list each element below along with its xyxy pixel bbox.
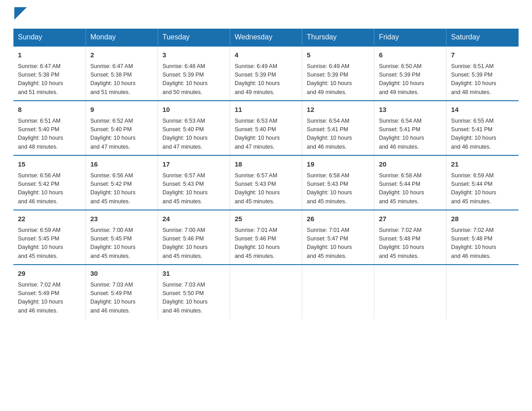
calendar-cell: 26Sunrise: 7:01 AMSunset: 5:47 PMDayligh… bbox=[302, 210, 374, 265]
day-number: 25 bbox=[235, 214, 297, 224]
day-info: Sunrise: 6:59 AMSunset: 5:45 PMDaylight:… bbox=[18, 226, 81, 261]
calendar-cell: 24Sunrise: 7:00 AMSunset: 5:46 PMDayligh… bbox=[158, 210, 230, 265]
day-number: 21 bbox=[451, 159, 514, 170]
day-number: 13 bbox=[379, 105, 442, 115]
day-number: 9 bbox=[90, 105, 153, 115]
day-number: 2 bbox=[90, 50, 153, 60]
calendar-cell: 22Sunrise: 6:59 AMSunset: 5:45 PMDayligh… bbox=[13, 210, 86, 265]
day-number: 17 bbox=[163, 159, 225, 170]
page-header bbox=[13, 9, 519, 20]
calendar-cell bbox=[374, 265, 446, 319]
day-number: 7 bbox=[451, 50, 514, 60]
column-header-wednesday: Wednesday bbox=[230, 29, 302, 46]
day-number: 26 bbox=[307, 214, 369, 224]
day-info: Sunrise: 6:53 AMSunset: 5:40 PMDaylight:… bbox=[235, 117, 297, 152]
calendar-cell: 14Sunrise: 6:55 AMSunset: 5:41 PMDayligh… bbox=[446, 101, 519, 155]
day-info: Sunrise: 6:47 AMSunset: 5:38 PMDaylight:… bbox=[18, 62, 81, 97]
day-info: Sunrise: 6:51 AMSunset: 5:40 PMDaylight:… bbox=[18, 117, 81, 152]
day-info: Sunrise: 7:01 AMSunset: 5:46 PMDaylight:… bbox=[235, 226, 297, 261]
day-number: 15 bbox=[18, 159, 81, 170]
day-info: Sunrise: 6:47 AMSunset: 5:38 PMDaylight:… bbox=[90, 62, 153, 97]
day-info: Sunrise: 6:57 AMSunset: 5:43 PMDaylight:… bbox=[235, 171, 297, 206]
day-info: Sunrise: 7:00 AMSunset: 5:45 PMDaylight:… bbox=[90, 226, 153, 261]
day-number: 27 bbox=[379, 214, 442, 224]
day-info: Sunrise: 7:01 AMSunset: 5:47 PMDaylight:… bbox=[307, 226, 369, 261]
calendar-cell: 27Sunrise: 7:02 AMSunset: 5:48 PMDayligh… bbox=[374, 210, 446, 265]
day-number: 31 bbox=[163, 269, 225, 279]
day-info: Sunrise: 6:56 AMSunset: 5:42 PMDaylight:… bbox=[90, 171, 153, 206]
calendar-cell: 18Sunrise: 6:57 AMSunset: 5:43 PMDayligh… bbox=[230, 155, 302, 210]
day-info: Sunrise: 6:58 AMSunset: 5:44 PMDaylight:… bbox=[379, 171, 442, 206]
day-info: Sunrise: 7:00 AMSunset: 5:46 PMDaylight:… bbox=[163, 226, 225, 261]
logo-triangle-icon bbox=[14, 7, 27, 20]
day-info: Sunrise: 6:51 AMSunset: 5:39 PMDaylight:… bbox=[451, 62, 514, 97]
day-number: 10 bbox=[163, 105, 225, 115]
day-number: 5 bbox=[307, 50, 369, 60]
day-number: 29 bbox=[18, 269, 81, 279]
day-number: 14 bbox=[451, 105, 514, 115]
calendar-cell: 3Sunrise: 6:48 AMSunset: 5:39 PMDaylight… bbox=[158, 46, 230, 101]
day-info: Sunrise: 6:53 AMSunset: 5:40 PMDaylight:… bbox=[163, 117, 225, 152]
day-info: Sunrise: 6:59 AMSunset: 5:44 PMDaylight:… bbox=[451, 171, 514, 206]
calendar-cell bbox=[446, 265, 519, 319]
calendar-cell bbox=[302, 265, 374, 319]
calendar-cell: 13Sunrise: 6:54 AMSunset: 5:41 PMDayligh… bbox=[374, 101, 446, 155]
calendar-cell: 15Sunrise: 6:56 AMSunset: 5:42 PMDayligh… bbox=[13, 155, 86, 210]
day-info: Sunrise: 6:54 AMSunset: 5:41 PMDaylight:… bbox=[307, 117, 369, 152]
day-number: 30 bbox=[90, 269, 153, 279]
column-header-sunday: Sunday bbox=[13, 29, 86, 46]
day-info: Sunrise: 6:50 AMSunset: 5:39 PMDaylight:… bbox=[379, 62, 442, 97]
day-info: Sunrise: 6:52 AMSunset: 5:40 PMDaylight:… bbox=[90, 117, 153, 152]
calendar-cell: 17Sunrise: 6:57 AMSunset: 5:43 PMDayligh… bbox=[158, 155, 230, 210]
day-info: Sunrise: 6:58 AMSunset: 5:43 PMDaylight:… bbox=[307, 171, 369, 206]
calendar-cell bbox=[230, 265, 302, 319]
calendar-week-row: 29Sunrise: 7:02 AMSunset: 5:49 PMDayligh… bbox=[13, 265, 519, 319]
day-info: Sunrise: 6:55 AMSunset: 5:41 PMDaylight:… bbox=[451, 117, 514, 152]
calendar-cell: 28Sunrise: 7:02 AMSunset: 5:48 PMDayligh… bbox=[446, 210, 519, 265]
calendar-cell: 16Sunrise: 6:56 AMSunset: 5:42 PMDayligh… bbox=[86, 155, 158, 210]
calendar-cell: 8Sunrise: 6:51 AMSunset: 5:40 PMDaylight… bbox=[13, 101, 86, 155]
day-number: 22 bbox=[18, 214, 81, 224]
day-info: Sunrise: 7:03 AMSunset: 5:50 PMDaylight:… bbox=[163, 281, 225, 316]
calendar-cell: 10Sunrise: 6:53 AMSunset: 5:40 PMDayligh… bbox=[158, 101, 230, 155]
calendar-cell: 29Sunrise: 7:02 AMSunset: 5:49 PMDayligh… bbox=[13, 265, 86, 319]
day-number: 24 bbox=[163, 214, 225, 224]
day-info: Sunrise: 7:02 AMSunset: 5:49 PMDaylight:… bbox=[18, 281, 81, 316]
calendar-cell: 19Sunrise: 6:58 AMSunset: 5:43 PMDayligh… bbox=[302, 155, 374, 210]
day-number: 18 bbox=[235, 159, 297, 170]
calendar-cell: 21Sunrise: 6:59 AMSunset: 5:44 PMDayligh… bbox=[446, 155, 519, 210]
calendar-cell: 2Sunrise: 6:47 AMSunset: 5:38 PMDaylight… bbox=[86, 46, 158, 101]
day-info: Sunrise: 6:54 AMSunset: 5:41 PMDaylight:… bbox=[379, 117, 442, 152]
calendar-week-row: 8Sunrise: 6:51 AMSunset: 5:40 PMDaylight… bbox=[13, 101, 519, 155]
column-header-friday: Friday bbox=[374, 29, 446, 46]
day-number: 23 bbox=[90, 214, 153, 224]
day-number: 28 bbox=[451, 214, 514, 224]
calendar-table: SundayMondayTuesdayWednesdayThursdayFrid… bbox=[13, 29, 519, 319]
day-number: 20 bbox=[379, 159, 442, 170]
column-header-tuesday: Tuesday bbox=[158, 29, 230, 46]
calendar-cell: 4Sunrise: 6:49 AMSunset: 5:39 PMDaylight… bbox=[230, 46, 302, 101]
calendar-cell: 23Sunrise: 7:00 AMSunset: 5:45 PMDayligh… bbox=[86, 210, 158, 265]
calendar-cell: 5Sunrise: 6:49 AMSunset: 5:39 PMDaylight… bbox=[302, 46, 374, 101]
day-info: Sunrise: 6:49 AMSunset: 5:39 PMDaylight:… bbox=[235, 62, 297, 97]
calendar-week-row: 15Sunrise: 6:56 AMSunset: 5:42 PMDayligh… bbox=[13, 155, 519, 210]
calendar-header-row: SundayMondayTuesdayWednesdayThursdayFrid… bbox=[13, 29, 519, 46]
day-info: Sunrise: 7:02 AMSunset: 5:48 PMDaylight:… bbox=[379, 226, 442, 261]
day-info: Sunrise: 6:48 AMSunset: 5:39 PMDaylight:… bbox=[163, 62, 225, 97]
day-info: Sunrise: 6:56 AMSunset: 5:42 PMDaylight:… bbox=[18, 171, 81, 206]
day-info: Sunrise: 6:57 AMSunset: 5:43 PMDaylight:… bbox=[163, 171, 225, 206]
logo bbox=[13, 9, 27, 20]
calendar-cell: 12Sunrise: 6:54 AMSunset: 5:41 PMDayligh… bbox=[302, 101, 374, 155]
day-number: 1 bbox=[18, 50, 81, 60]
calendar-cell: 7Sunrise: 6:51 AMSunset: 5:39 PMDaylight… bbox=[446, 46, 519, 101]
day-number: 19 bbox=[307, 159, 369, 170]
calendar-cell: 31Sunrise: 7:03 AMSunset: 5:50 PMDayligh… bbox=[158, 265, 230, 319]
day-info: Sunrise: 7:02 AMSunset: 5:48 PMDaylight:… bbox=[451, 226, 514, 261]
day-info: Sunrise: 7:03 AMSunset: 5:49 PMDaylight:… bbox=[90, 281, 153, 316]
day-number: 11 bbox=[235, 105, 297, 115]
calendar-week-row: 22Sunrise: 6:59 AMSunset: 5:45 PMDayligh… bbox=[13, 210, 519, 265]
calendar-cell: 6Sunrise: 6:50 AMSunset: 5:39 PMDaylight… bbox=[374, 46, 446, 101]
calendar-week-row: 1Sunrise: 6:47 AMSunset: 5:38 PMDaylight… bbox=[13, 46, 519, 101]
calendar-cell: 11Sunrise: 6:53 AMSunset: 5:40 PMDayligh… bbox=[230, 101, 302, 155]
day-number: 4 bbox=[235, 50, 297, 60]
